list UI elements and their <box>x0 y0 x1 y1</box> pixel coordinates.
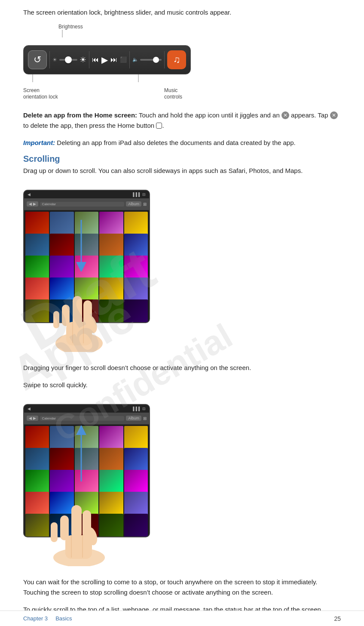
screen-orientation-lock-label: Screenorientation lock <box>23 87 58 101</box>
scroll-down-arrow <box>75 220 88 271</box>
important-lead: Important: <box>23 139 55 146</box>
forward-button[interactable]: ⏭ <box>110 56 117 64</box>
brightness-slider: ☀ ☀ <box>52 55 86 65</box>
music-app-icon[interactable]: ♫ <box>167 50 186 69</box>
album-thumb <box>124 212 148 235</box>
page-footer: Chapter 3 Basics 25 <box>0 611 364 626</box>
scrolling-heading: Scrolling <box>23 154 341 164</box>
volume-area: 🔈 <box>132 57 162 62</box>
airplay-button[interactable]: ⬛ <box>120 56 127 63</box>
album-thumb <box>50 212 73 235</box>
hand-illustration-1 <box>40 283 118 353</box>
album-thumb <box>124 470 148 493</box>
scroll-illustration-1: ◀ ▌▌▌ ⊟ ◀ ▶ Calendar Album ⊞ <box>23 190 150 323</box>
brightness-track <box>59 59 77 61</box>
footer-chapter-name: Basics <box>55 615 72 622</box>
volume-track <box>140 59 162 61</box>
album-thumb <box>99 426 123 450</box>
volume-low-icon: 🔈 <box>132 57 138 62</box>
album-thumb <box>124 426 148 450</box>
album-thumb <box>124 278 148 301</box>
album-thumb <box>50 448 73 472</box>
x-icon: ✕ <box>281 111 289 119</box>
rewind-button[interactable]: ⏮ <box>92 56 99 64</box>
album-thumb <box>50 426 73 450</box>
delete-app-section: Delete an app from the Home screen: Touc… <box>23 110 341 131</box>
bar-divider-4 <box>164 51 165 68</box>
scroll-illustration-2: ◀ ▌▌▌ ⊟ ◀ ▶ Calendar Album ⊞ <box>23 404 150 537</box>
status-time-2: ◀ <box>28 407 31 411</box>
svg-rect-9 <box>53 311 59 328</box>
footer-page-number: 25 <box>334 615 341 622</box>
svg-rect-16 <box>71 505 82 539</box>
scrolling-desc-block: Drag up or down to scroll. You can also … <box>23 166 341 176</box>
music-controls-label: Musiccontrols <box>164 87 182 101</box>
music-note-icon: ♫ <box>173 54 180 65</box>
album-thumb <box>124 299 148 322</box>
toolbar-search: ⊞ <box>143 202 147 207</box>
svg-rect-8 <box>62 305 70 326</box>
album-thumb <box>124 448 148 472</box>
drag-finger-text: Dragging your finger to scroll doesn’t c… <box>23 363 341 373</box>
scrolling-desc: Drag up or down to scroll. You can also … <box>23 166 341 176</box>
toolbar-search-2: ⊞ <box>143 416 147 421</box>
svg-rect-19 <box>51 522 58 542</box>
ipad-toolbar-1: ◀ ▶ Calendar Album ⊞ <box>24 198 149 210</box>
album-thumb <box>124 234 148 257</box>
album-thumb <box>99 256 123 279</box>
album-thumb <box>50 470 73 493</box>
bar-divider-3 <box>129 51 130 68</box>
toolbar-tabs: Calendar <box>40 202 125 207</box>
album-thumb <box>99 448 123 472</box>
ipad-statusbar-2: ◀ ▌▌▌ ⊟ <box>24 405 149 413</box>
sun-large-icon: ☀ <box>80 55 86 65</box>
wait-stop-block: You can wait for the scrolling to come t… <box>23 577 341 598</box>
drag-finger-block: Dragging your finger to scroll doesn’t c… <box>23 363 341 373</box>
album-thumb <box>124 514 148 536</box>
wait-stop-text: You can wait for the scrolling to come t… <box>23 577 341 598</box>
volume-thumb <box>153 57 159 63</box>
status-time: ◀ <box>28 192 31 197</box>
album-thumb <box>99 234 123 257</box>
brightness-label: Brightness <box>58 24 83 30</box>
svg-rect-6 <box>73 296 82 326</box>
multitask-bar-section: Brightness ↺ ☀ ☀ <box>23 24 341 101</box>
album-thumb <box>25 426 49 450</box>
toolbar-back: ◀ ▶ <box>27 201 38 207</box>
media-controls: ⏮ ▶ ⏭ ⬛ <box>92 55 127 65</box>
hand-illustration-2 <box>36 493 122 567</box>
footer-chapter-label: Chapter 3 <box>23 615 48 622</box>
album-thumb <box>25 212 49 235</box>
album-thumb <box>124 256 148 279</box>
bar-divider-2 <box>89 51 89 68</box>
scroll-up-arrow <box>75 426 88 481</box>
swipe-block: Swipe to scroll quickly. <box>23 380 341 390</box>
multitask-bar: ↺ ☀ ☀ ⏮ ▶ ⏭ ⬛ <box>23 45 191 74</box>
album-thumb <box>25 256 49 279</box>
ipad-toolbar-2: ◀ ▶ Calendar Album ⊞ <box>24 413 149 425</box>
swipe-text: Swipe to scroll quickly. <box>23 380 341 390</box>
toolbar-actions-2: Album <box>126 416 141 421</box>
album-thumb <box>50 256 73 279</box>
home-button-icon <box>156 123 162 129</box>
hand-svg-1 <box>40 283 118 352</box>
sun-small-icon: ☀ <box>52 57 57 63</box>
important-section: Important: Deleting an app from iPad als… <box>23 138 341 148</box>
album-thumb <box>25 448 49 472</box>
status-right-2: ▌▌▌ ⊟ <box>133 407 146 411</box>
album-thumb <box>124 492 148 515</box>
rotation-lock-icon: ↺ <box>28 50 47 69</box>
brightness-thumb <box>65 56 72 63</box>
delete-app-lead: Delete an app from the Home screen: <box>23 111 137 119</box>
multitask-bar-wrapper: ↺ ☀ ☀ ⏮ ▶ ⏭ ⬛ <box>23 45 191 101</box>
album-thumb <box>99 212 123 235</box>
svg-rect-18 <box>60 515 69 540</box>
ipad-statusbar-1: ◀ ▌▌▌ ⊟ <box>24 191 149 198</box>
play-button[interactable]: ▶ <box>101 55 108 65</box>
delete-tap-icon: ✕ <box>330 111 338 119</box>
important-text: Important: Deleting an app from iPad als… <box>23 138 341 148</box>
album-thumb <box>50 234 73 257</box>
album-thumb <box>25 234 49 257</box>
page-container: Draft Apple Confidential The screen orie… <box>0 0 364 626</box>
status-right: ▌▌▌ ⊟ <box>133 192 146 197</box>
